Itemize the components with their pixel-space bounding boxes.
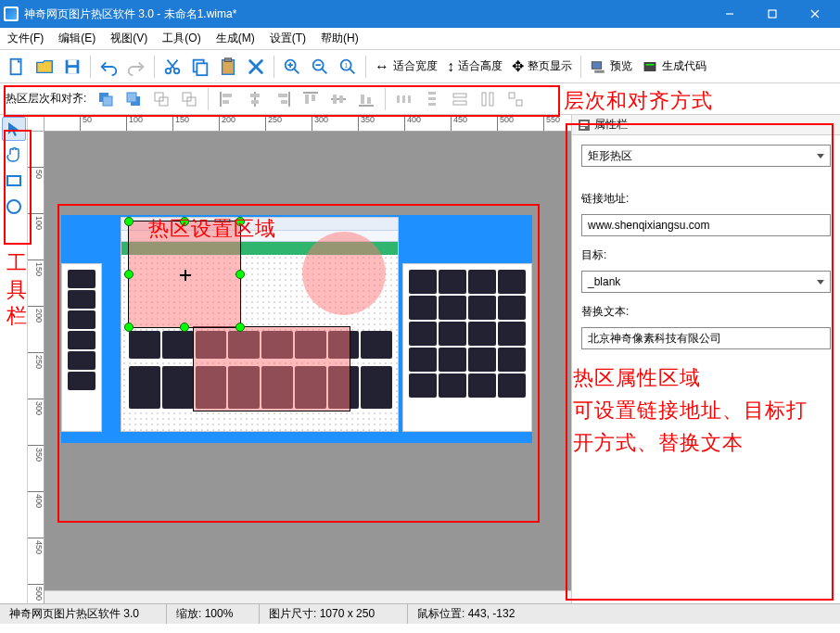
svg-rect-32 xyxy=(281,100,287,104)
svg-rect-9 xyxy=(223,59,235,74)
properties-header: 属性栏 xyxy=(572,115,840,135)
preview-button[interactable]: 预览 xyxy=(586,58,636,75)
menu-generate[interactable]: 生成(M) xyxy=(209,28,262,49)
svg-rect-44 xyxy=(428,103,436,106)
svg-text:1: 1 xyxy=(344,61,348,68)
align-label: 热区层次和对齐: xyxy=(6,91,86,107)
align-center-h-button[interactable] xyxy=(243,87,267,111)
svg-rect-50 xyxy=(516,100,522,106)
new-button[interactable] xyxy=(4,54,30,80)
svg-rect-22 xyxy=(127,93,136,102)
svg-rect-16 xyxy=(594,70,605,72)
generate-code-button[interactable]: 生成代码 xyxy=(638,58,710,75)
svg-rect-55 xyxy=(580,124,588,126)
svg-rect-42 xyxy=(428,92,436,95)
svg-rect-54 xyxy=(580,121,588,123)
align-bottom-button[interactable] xyxy=(354,87,378,111)
svg-rect-36 xyxy=(339,95,343,103)
svg-rect-45 xyxy=(453,94,466,97)
full-page-button[interactable]: ✥整页显示 xyxy=(508,57,576,75)
hand-tool[interactable] xyxy=(2,143,26,167)
menu-file[interactable]: 文件(F) xyxy=(0,28,51,49)
minimize-button[interactable] xyxy=(708,0,751,28)
svg-rect-8 xyxy=(197,63,207,75)
hotspot-rect-selected[interactable] xyxy=(128,221,241,328)
paste-button[interactable] xyxy=(215,54,241,80)
zoom-out-button[interactable] xyxy=(307,54,333,80)
svg-rect-30 xyxy=(251,100,259,104)
fit-height-button[interactable]: ↕适合高度 xyxy=(443,58,506,75)
svg-rect-10 xyxy=(224,57,231,61)
hotspot-circle[interactable] xyxy=(302,232,386,315)
chevron-down-icon xyxy=(817,154,824,158)
svg-rect-37 xyxy=(361,95,364,104)
cut-button[interactable] xyxy=(159,54,185,80)
send-back-button[interactable] xyxy=(121,87,146,111)
svg-rect-43 xyxy=(428,97,436,100)
distribute-h-button[interactable] xyxy=(392,87,416,111)
hotspot-type-select[interactable]: 矩形热区 xyxy=(581,145,831,167)
maximize-button[interactable] xyxy=(751,0,794,28)
image-page[interactable] xyxy=(61,215,532,443)
svg-point-52 xyxy=(7,200,20,213)
target-select[interactable]: _blank xyxy=(581,271,831,293)
select-tool[interactable] xyxy=(2,117,26,141)
copy-button[interactable] xyxy=(187,54,213,80)
menu-settings[interactable]: 设置(T) xyxy=(262,28,313,49)
svg-rect-18 xyxy=(646,64,655,66)
rect-tool[interactable] xyxy=(2,169,26,193)
svg-rect-31 xyxy=(278,94,287,97)
window-title: 神奇网页图片热区软件 3.0 - 未命名1.wima* xyxy=(24,6,708,22)
svg-rect-27 xyxy=(223,94,232,97)
svg-rect-41 xyxy=(408,95,411,103)
status-app: 神奇网页图片热区软件 3.0 xyxy=(0,604,167,624)
menu-tools[interactable]: 工具(O) xyxy=(155,28,208,49)
redo-button[interactable] xyxy=(123,54,149,80)
menubar: 文件(F) 编辑(E) 视图(V) 工具(O) 生成(M) 设置(T) 帮助(H… xyxy=(0,28,840,50)
svg-rect-28 xyxy=(223,100,229,104)
statusbar: 神奇网页图片热区软件 3.0 缩放: 100% 图片尺寸: 1070 x 250… xyxy=(0,603,840,624)
link-input[interactable]: www.shenqixiangsu.com xyxy=(581,214,831,236)
distribute-v-button[interactable] xyxy=(420,87,444,111)
same-width-button[interactable] xyxy=(448,87,472,111)
circle-tool[interactable] xyxy=(2,195,26,219)
ruler-vertical: 50 100 150 200 250 300 350 400 450 500 xyxy=(28,132,45,603)
align-top-button[interactable] xyxy=(299,87,323,111)
bring-forward-button[interactable] xyxy=(149,87,173,111)
canvas-area: 50 100 150 200 250 300 350 400 450 500 5… xyxy=(28,115,571,603)
properties-panel: 属性栏 矩形热区 链接地址: www.shenqixiangsu.com 目标:… xyxy=(571,115,840,603)
status-mouse: 鼠标位置: 443, -132 xyxy=(408,604,840,624)
svg-rect-51 xyxy=(7,176,20,185)
hotspot-rect-2[interactable] xyxy=(193,326,350,411)
svg-rect-4 xyxy=(68,67,76,72)
delete-button[interactable] xyxy=(243,54,269,80)
align-middle-v-button[interactable] xyxy=(326,87,350,111)
svg-rect-47 xyxy=(482,93,486,106)
close-button[interactable] xyxy=(794,0,836,28)
align-right-button[interactable] xyxy=(271,87,295,111)
svg-rect-33 xyxy=(305,95,309,104)
bring-front-button[interactable] xyxy=(94,87,118,111)
zoom-in-button[interactable] xyxy=(279,54,305,80)
fit-width-button[interactable]: ↔适合宽度 xyxy=(371,58,441,75)
zoom-actual-button[interactable]: 1 xyxy=(335,54,361,80)
scrollbar-horizontal[interactable] xyxy=(45,590,571,603)
alt-input[interactable]: 北京神奇像素科技有限公司 xyxy=(581,327,831,349)
alt-label: 替换文本: xyxy=(581,304,831,320)
svg-rect-39 xyxy=(397,95,400,103)
menu-edit[interactable]: 编辑(E) xyxy=(51,28,103,49)
thumb-panel-left xyxy=(61,263,102,432)
align-left-button[interactable] xyxy=(215,87,239,111)
menu-view[interactable]: 视图(V) xyxy=(103,28,155,49)
save-button[interactable] xyxy=(59,54,85,80)
menu-help[interactable]: 帮助(H) xyxy=(313,28,366,49)
ruler-horizontal: 50 100 150 200 250 300 350 400 450 500 5… xyxy=(45,115,571,132)
send-backward-button[interactable] xyxy=(177,87,201,111)
same-size-button[interactable] xyxy=(503,87,528,111)
undo-button[interactable] xyxy=(95,54,121,80)
svg-rect-0 xyxy=(769,10,776,18)
same-height-button[interactable] xyxy=(476,87,500,111)
viewport[interactable] xyxy=(45,132,571,590)
svg-rect-29 xyxy=(250,94,260,97)
open-button[interactable] xyxy=(32,54,57,80)
